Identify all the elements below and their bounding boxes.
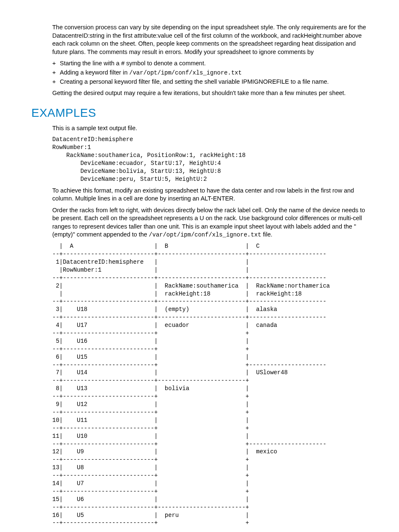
bullet-2: Adding a keyword filter in /var/opt/ipm/…: [60, 69, 370, 77]
intro-bullets: Starting the line with a # symbol to den…: [52, 59, 370, 86]
examples-p3: Order the racks from left to right, with…: [52, 206, 370, 239]
examples-p3-text-b: file.: [261, 231, 273, 238]
examples-p3-code: /var/opt/ipm/conf/xls_ignore.txt: [149, 231, 261, 238]
examples-p2: To achieve this format, modify an existi…: [52, 187, 370, 203]
bullet-2-code: /var/opt/ipm/conf/xls_ignore.txt: [129, 69, 242, 76]
bullet-3: Creating a personal keyword filter file,…: [60, 78, 370, 86]
examples-heading: Examples: [31, 105, 370, 121]
sample-output-code: DatacentreID:hemisphere RowNumber:1 Rack…: [52, 136, 370, 183]
intro-paragraph-1: The conversion process can vary by site …: [52, 23, 370, 56]
spreadsheet-ascii-table: | A | B | C --+-------------------------…: [52, 242, 370, 527]
bullet-2-text: Adding a keyword filter in: [60, 69, 129, 76]
examples-intro: This is a sample text output file.: [52, 124, 370, 133]
intro-paragraph-2: Getting the desired output may require a…: [52, 89, 370, 98]
bullet-1: Starting the line with a # symbol to den…: [60, 59, 370, 68]
